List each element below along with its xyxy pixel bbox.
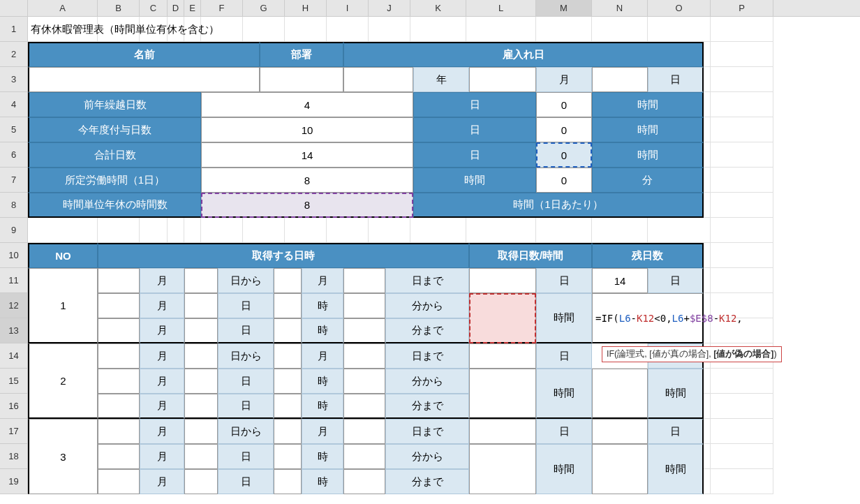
- col-D[interactable]: D: [168, 0, 184, 16]
- g1-r2-c4[interactable]: [343, 293, 385, 318]
- row-1[interactable]: 1: [0, 17, 28, 42]
- col-I[interactable]: I: [327, 0, 369, 16]
- curr-hour-value[interactable]: 0: [536, 117, 592, 142]
- month-input[interactable]: [469, 67, 536, 92]
- row-17[interactable]: 17: [0, 419, 28, 444]
- row-7[interactable]: 7: [0, 168, 28, 193]
- g1-r1-count[interactable]: [469, 268, 536, 293]
- g2-r2-c3[interactable]: [274, 369, 302, 394]
- total-value[interactable]: 14: [201, 142, 413, 168]
- g3-r2-c1[interactable]: [98, 444, 140, 469]
- row-6[interactable]: 6: [0, 142, 28, 168]
- g1-r3-c3[interactable]: [274, 318, 302, 343]
- col-J[interactable]: J: [369, 0, 410, 16]
- formula-cell[interactable]: =IF(L6-K12<0,L6+$E$8-K12,: [592, 293, 704, 343]
- g2-r1-count[interactable]: [469, 343, 536, 369]
- no-2[interactable]: 2: [28, 343, 98, 419]
- g1-r1-c4[interactable]: [343, 268, 385, 293]
- g3-r1-count[interactable]: [469, 419, 536, 444]
- prev-value[interactable]: 4: [201, 92, 413, 117]
- title-cell[interactable]: 有休休暇管理表（時間単位有休を含む）: [28, 17, 363, 42]
- hdr-hiredate[interactable]: 雇入れ日: [343, 42, 704, 67]
- curr-value[interactable]: 10: [201, 117, 413, 142]
- g2-remain-hour[interactable]: [592, 369, 648, 419]
- col-K[interactable]: K: [410, 0, 466, 16]
- tooltip-arg2[interactable]: [値が真の場合]: [649, 349, 709, 359]
- row-13[interactable]: 13: [0, 318, 28, 343]
- g3-r2-c2[interactable]: [184, 444, 218, 469]
- col-N[interactable]: N: [592, 0, 648, 16]
- row-15[interactable]: 15: [0, 369, 28, 394]
- g2-r1-c2[interactable]: [184, 343, 218, 369]
- worktime-min-value[interactable]: 0: [536, 168, 592, 193]
- row-18[interactable]: 18: [0, 444, 28, 469]
- g1-r3-c1[interactable]: [98, 318, 140, 343]
- col-O[interactable]: O: [648, 0, 711, 16]
- g2-r2-c1[interactable]: [98, 369, 140, 394]
- g2-r3-c1[interactable]: [98, 394, 140, 419]
- col-L[interactable]: L: [466, 0, 536, 16]
- g1-r1-c3[interactable]: [274, 268, 302, 293]
- row-9[interactable]: 9: [0, 218, 28, 243]
- unittime-value[interactable]: 8: [201, 193, 413, 218]
- g3-r3-c4[interactable]: [343, 469, 385, 494]
- col-P[interactable]: P: [711, 0, 773, 16]
- col-G[interactable]: G: [243, 0, 285, 16]
- g1-r3-c2[interactable]: [184, 318, 218, 343]
- function-tooltip[interactable]: IF(論理式, [値が真の場合], [値が偽の場合]): [602, 346, 782, 362]
- year-input[interactable]: [343, 67, 413, 92]
- no-3[interactable]: 3: [28, 419, 98, 494]
- row-14[interactable]: 14: [0, 343, 28, 369]
- row-5[interactable]: 5: [0, 117, 28, 142]
- g2-r3-c4[interactable]: [343, 394, 385, 419]
- col-M[interactable]: M: [536, 0, 592, 16]
- hdr-dept[interactable]: 部署: [260, 42, 343, 67]
- row-12[interactable]: 12: [0, 293, 28, 318]
- total-hour-value[interactable]: 0: [536, 142, 592, 168]
- g3-r3-c2[interactable]: [184, 469, 218, 494]
- g1-r1-c1[interactable]: [98, 268, 140, 293]
- dept-input[interactable]: [260, 67, 343, 92]
- col-B[interactable]: B: [98, 0, 140, 16]
- tooltip-arg3[interactable]: [値が偽の場合]: [713, 349, 773, 359]
- name-input[interactable]: [28, 67, 260, 92]
- g3-r3-c3[interactable]: [274, 469, 302, 494]
- g3-r1-c3[interactable]: [274, 419, 302, 444]
- g1-r2-c3[interactable]: [274, 293, 302, 318]
- g1-r1-c2[interactable]: [184, 268, 218, 293]
- g1-r2-c1[interactable]: [98, 293, 140, 318]
- col-A[interactable]: A: [28, 0, 98, 16]
- g1-r1-remain[interactable]: 14: [592, 268, 648, 293]
- g2-hours-count-b[interactable]: [469, 394, 536, 419]
- row-4[interactable]: 4: [0, 92, 28, 117]
- g3-r2-c4[interactable]: [343, 444, 385, 469]
- row-8[interactable]: 8: [0, 193, 28, 218]
- g2-r3-c2[interactable]: [184, 394, 218, 419]
- col-F[interactable]: F: [201, 0, 243, 16]
- g1-r2-c2[interactable]: [184, 293, 218, 318]
- g2-r2-c4[interactable]: [343, 369, 385, 394]
- g2-r1-c3[interactable]: [274, 343, 302, 369]
- worktime-value[interactable]: 8: [201, 168, 413, 193]
- row-16[interactable]: 16: [0, 394, 28, 419]
- g2-r1-c4[interactable]: [343, 343, 385, 369]
- day-input[interactable]: [592, 67, 648, 92]
- g3-r1-c1[interactable]: [98, 419, 140, 444]
- prev-hour-value[interactable]: 0: [536, 92, 592, 117]
- g2-r2-c2[interactable]: [184, 369, 218, 394]
- row-19[interactable]: 19: [0, 469, 28, 494]
- g2-r1-c1[interactable]: [98, 343, 140, 369]
- g3-remain-hour[interactable]: [592, 444, 648, 494]
- g3-hours-count[interactable]: [469, 444, 536, 494]
- no-1[interactable]: 1: [28, 268, 98, 343]
- g2-r3-c3[interactable]: [274, 394, 302, 419]
- select-all-corner[interactable]: [0, 0, 28, 16]
- row-2[interactable]: 2: [0, 42, 28, 67]
- row-11[interactable]: 11: [0, 268, 28, 293]
- col-E[interactable]: E: [184, 0, 201, 16]
- g3-r2-c3[interactable]: [274, 444, 302, 469]
- g1-hours-count-b[interactable]: [469, 318, 536, 343]
- col-H[interactable]: H: [285, 0, 327, 16]
- tooltip-arg1[interactable]: 論理式: [617, 349, 644, 359]
- col-C[interactable]: C: [140, 0, 168, 16]
